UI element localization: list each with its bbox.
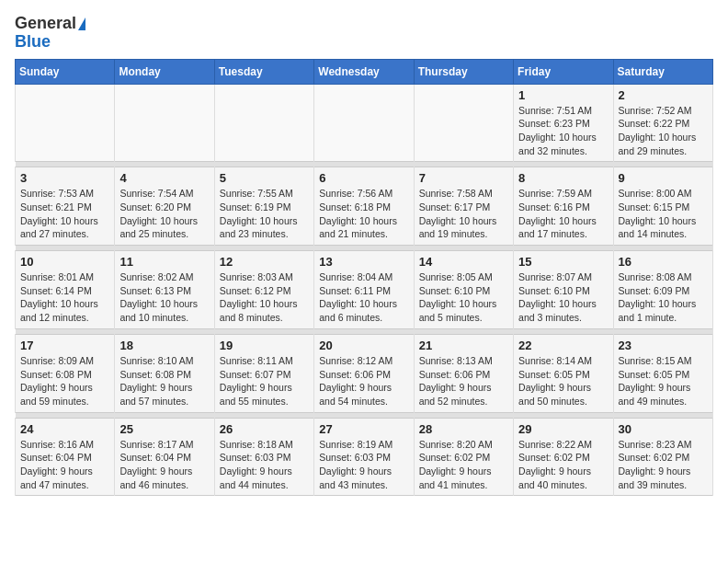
calendar-cell: 11Sunrise: 8:02 AMSunset: 6:13 PMDayligh…: [115, 251, 214, 329]
day-number: 7: [419, 171, 508, 185]
calendar-week-row-3: 10Sunrise: 8:01 AMSunset: 6:14 PMDayligh…: [16, 251, 713, 329]
logo-blue-text: Blue: [15, 33, 51, 52]
calendar-cell: 18Sunrise: 8:10 AMSunset: 6:08 PMDayligh…: [115, 334, 214, 412]
day-number: 6: [319, 171, 408, 185]
calendar-cell: 22Sunrise: 8:14 AMSunset: 6:05 PMDayligh…: [514, 334, 613, 412]
calendar-cell: 24Sunrise: 8:16 AMSunset: 6:04 PMDayligh…: [16, 418, 115, 496]
weekday-header-row: SundayMondayTuesdayWednesdayThursdayFrid…: [16, 59, 713, 84]
calendar-cell: 16Sunrise: 8:08 AMSunset: 6:09 PMDayligh…: [613, 251, 712, 329]
weekday-header-wednesday: Wednesday: [314, 59, 414, 84]
calendar-cell: 14Sunrise: 8:05 AMSunset: 6:10 PMDayligh…: [414, 251, 513, 329]
calendar-table: SundayMondayTuesdayWednesdayThursdayFrid…: [15, 59, 713, 497]
day-info: Sunrise: 8:05 AMSunset: 6:10 PMDaylight:…: [419, 270, 508, 325]
day-info: Sunrise: 8:18 AMSunset: 6:03 PMDaylight:…: [220, 438, 309, 492]
day-number: 21: [419, 339, 508, 352]
day-info: Sunrise: 8:20 AMSunset: 6:02 PMDaylight:…: [419, 438, 508, 492]
calendar-cell: 12Sunrise: 8:03 AMSunset: 6:12 PMDayligh…: [214, 251, 313, 329]
day-number: 22: [518, 339, 608, 352]
day-info: Sunrise: 8:10 AMSunset: 6:08 PMDaylight:…: [119, 354, 209, 408]
calendar-cell: 23Sunrise: 8:15 AMSunset: 6:05 PMDayligh…: [613, 334, 712, 412]
day-info: Sunrise: 8:04 AMSunset: 6:11 PMDaylight:…: [319, 270, 408, 325]
calendar-week-row-2: 3Sunrise: 7:53 AMSunset: 6:21 PMDaylight…: [16, 167, 713, 246]
logo-general-text: General: [15, 15, 76, 33]
calendar-week-row-1: 1Sunrise: 7:51 AMSunset: 6:23 PMDaylight…: [16, 84, 713, 162]
calendar-cell: 3Sunrise: 7:53 AMSunset: 6:21 PMDaylight…: [16, 167, 115, 246]
day-number: 5: [220, 171, 309, 185]
calendar-cell: 13Sunrise: 8:04 AMSunset: 6:11 PMDayligh…: [314, 251, 414, 329]
day-info: Sunrise: 8:08 AMSunset: 6:09 PMDaylight:…: [619, 270, 708, 325]
day-info: Sunrise: 7:53 AMSunset: 6:21 PMDaylight:…: [20, 187, 109, 241]
day-info: Sunrise: 8:01 AMSunset: 6:14 PMDaylight:…: [20, 270, 109, 325]
day-info: Sunrise: 8:00 AMSunset: 6:15 PMDaylight:…: [619, 187, 708, 241]
day-number: 12: [220, 255, 309, 269]
day-info: Sunrise: 8:23 AMSunset: 6:02 PMDaylight:…: [619, 438, 708, 492]
weekday-header-thursday: Thursday: [414, 59, 513, 84]
day-info: Sunrise: 8:19 AMSunset: 6:03 PMDaylight:…: [319, 438, 408, 492]
weekday-header-monday: Monday: [115, 59, 214, 84]
calendar-cell: 20Sunrise: 8:12 AMSunset: 6:06 PMDayligh…: [314, 334, 414, 412]
weekday-header-saturday: Saturday: [613, 59, 712, 84]
calendar-cell: 25Sunrise: 8:17 AMSunset: 6:04 PMDayligh…: [115, 418, 214, 496]
calendar-cell: 5Sunrise: 7:55 AMSunset: 6:19 PMDaylight…: [214, 167, 313, 246]
logo: General Blue: [15, 15, 85, 52]
day-info: Sunrise: 7:59 AMSunset: 6:16 PMDaylight:…: [518, 187, 608, 241]
logo-triangle-icon: [78, 17, 85, 30]
day-info: Sunrise: 8:07 AMSunset: 6:10 PMDaylight:…: [518, 270, 608, 325]
calendar-cell: 8Sunrise: 7:59 AMSunset: 6:16 PMDaylight…: [514, 167, 613, 246]
weekday-header-friday: Friday: [514, 59, 613, 84]
calendar-cell: [115, 84, 214, 162]
day-number: 4: [119, 171, 209, 185]
calendar-cell: 28Sunrise: 8:20 AMSunset: 6:02 PMDayligh…: [414, 418, 513, 496]
weekday-header-tuesday: Tuesday: [214, 59, 313, 84]
calendar-cell: 10Sunrise: 8:01 AMSunset: 6:14 PMDayligh…: [16, 251, 115, 329]
day-info: Sunrise: 8:14 AMSunset: 6:05 PMDaylight:…: [518, 354, 608, 408]
day-info: Sunrise: 7:52 AMSunset: 6:22 PMDaylight:…: [619, 104, 708, 158]
calendar-cell: [214, 84, 313, 162]
calendar-cell: 6Sunrise: 7:56 AMSunset: 6:18 PMDaylight…: [314, 167, 414, 246]
day-info: Sunrise: 8:09 AMSunset: 6:08 PMDaylight:…: [20, 354, 109, 408]
day-number: 30: [619, 422, 708, 436]
calendar-cell: 21Sunrise: 8:13 AMSunset: 6:06 PMDayligh…: [414, 334, 513, 412]
day-number: 23: [619, 339, 708, 352]
calendar-cell: 7Sunrise: 7:58 AMSunset: 6:17 PMDaylight…: [414, 167, 513, 246]
day-number: 29: [518, 422, 608, 436]
page-header: General Blue: [15, 15, 713, 52]
day-info: Sunrise: 7:51 AMSunset: 6:23 PMDaylight:…: [518, 104, 608, 158]
day-number: 25: [119, 422, 209, 436]
day-number: 9: [619, 171, 708, 185]
day-number: 16: [619, 255, 708, 269]
day-info: Sunrise: 7:54 AMSunset: 6:20 PMDaylight:…: [119, 187, 209, 241]
calendar-cell: 2Sunrise: 7:52 AMSunset: 6:22 PMDaylight…: [613, 84, 712, 162]
day-info: Sunrise: 8:17 AMSunset: 6:04 PMDaylight:…: [119, 438, 209, 492]
day-number: 10: [20, 255, 109, 269]
calendar-cell: 29Sunrise: 8:22 AMSunset: 6:02 PMDayligh…: [514, 418, 613, 496]
day-number: 2: [619, 88, 708, 102]
day-number: 15: [518, 255, 608, 269]
calendar-cell: 26Sunrise: 8:18 AMSunset: 6:03 PMDayligh…: [214, 418, 313, 496]
calendar-cell: 9Sunrise: 8:00 AMSunset: 6:15 PMDaylight…: [613, 167, 712, 246]
day-number: 27: [319, 422, 408, 436]
day-info: Sunrise: 8:15 AMSunset: 6:05 PMDaylight:…: [619, 354, 708, 408]
day-number: 19: [220, 339, 309, 352]
day-number: 14: [419, 255, 508, 269]
day-info: Sunrise: 8:02 AMSunset: 6:13 PMDaylight:…: [119, 270, 209, 325]
calendar-week-row-4: 17Sunrise: 8:09 AMSunset: 6:08 PMDayligh…: [16, 334, 713, 412]
weekday-header-sunday: Sunday: [16, 59, 115, 84]
calendar-cell: 17Sunrise: 8:09 AMSunset: 6:08 PMDayligh…: [16, 334, 115, 412]
calendar-week-row-5: 24Sunrise: 8:16 AMSunset: 6:04 PMDayligh…: [16, 418, 713, 496]
calendar-cell: [414, 84, 513, 162]
day-info: Sunrise: 8:11 AMSunset: 6:07 PMDaylight:…: [220, 354, 309, 408]
calendar-cell: 30Sunrise: 8:23 AMSunset: 6:02 PMDayligh…: [613, 418, 712, 496]
day-info: Sunrise: 7:56 AMSunset: 6:18 PMDaylight:…: [319, 187, 408, 241]
calendar-cell: 4Sunrise: 7:54 AMSunset: 6:20 PMDaylight…: [115, 167, 214, 246]
calendar-cell: [314, 84, 414, 162]
day-info: Sunrise: 8:03 AMSunset: 6:12 PMDaylight:…: [220, 270, 309, 325]
calendar-cell: 27Sunrise: 8:19 AMSunset: 6:03 PMDayligh…: [314, 418, 414, 496]
day-number: 24: [20, 422, 109, 436]
calendar-cell: 1Sunrise: 7:51 AMSunset: 6:23 PMDaylight…: [514, 84, 613, 162]
day-number: 13: [319, 255, 408, 269]
day-info: Sunrise: 7:58 AMSunset: 6:17 PMDaylight:…: [419, 187, 508, 241]
day-info: Sunrise: 8:12 AMSunset: 6:06 PMDaylight:…: [319, 354, 408, 408]
day-number: 8: [518, 171, 608, 185]
day-info: Sunrise: 8:16 AMSunset: 6:04 PMDaylight:…: [20, 438, 109, 492]
